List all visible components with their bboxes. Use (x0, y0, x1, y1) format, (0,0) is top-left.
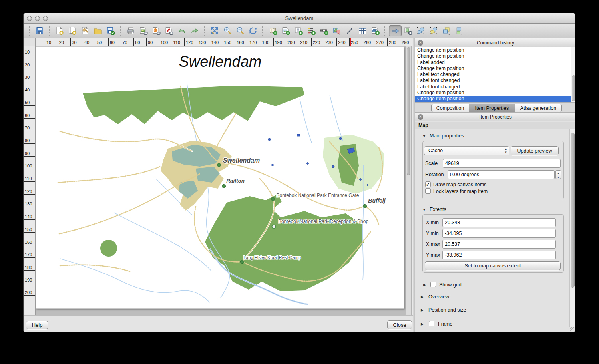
export-image-button[interactable] (137, 25, 150, 36)
show-grid-checkbox[interactable] (430, 282, 436, 287)
title-bar[interactable]: Swellendam (24, 13, 575, 24)
align-items-button[interactable] (453, 25, 466, 36)
save-template-button[interactable] (104, 25, 117, 36)
command-history-scrollbar[interactable] (571, 47, 575, 102)
load-template-button[interactable] (92, 25, 104, 36)
ruler-tick: 150 (24, 227, 35, 233)
undo-icon (177, 26, 186, 35)
duplicate-composition-button[interactable] (66, 25, 79, 36)
ruler-tick: 80 (133, 38, 134, 46)
add-scalebar-button[interactable] (318, 25, 330, 36)
zoom-out-button[interactable] (234, 25, 247, 36)
scale-input[interactable]: 49619 (443, 159, 561, 168)
history-item[interactable]: Label text changed (415, 72, 571, 78)
ruler-tick: 90 (146, 38, 147, 46)
refresh-view-button[interactable] (247, 25, 259, 36)
main-properties-expander-icon[interactable]: ▼ (422, 134, 426, 138)
ruler-tick: 250 (349, 38, 350, 46)
properties-scrollbar-thumb[interactable] (571, 133, 575, 288)
close-button[interactable]: Close (387, 320, 412, 329)
save-project-button[interactable] (33, 25, 46, 36)
ruler-tick: 200 (24, 290, 35, 296)
ungroup-items-button[interactable] (427, 25, 440, 36)
properties-scrollbar[interactable] (569, 129, 575, 327)
add-arrow-icon (345, 26, 354, 35)
ruler-tick: 20 (58, 38, 58, 46)
rotation-spinner[interactable]: ▲▼ (555, 170, 561, 179)
zoom-in-button[interactable] (221, 25, 234, 36)
window-resize-grip[interactable] (570, 327, 575, 332)
help-button[interactable]: Help (26, 321, 48, 329)
ruler-tick: 190 (273, 38, 274, 46)
zoom-full-button[interactable] (208, 25, 221, 36)
lock-layers-checkbox[interactable] (425, 188, 431, 194)
composer-manager-button[interactable] (79, 25, 92, 36)
rotation-input[interactable]: 0.00 degrees (448, 170, 555, 179)
update-preview-button[interactable]: Update preview (511, 146, 559, 155)
ruler-tick: 120 (184, 38, 185, 46)
ruler-tick: 90 (24, 151, 35, 157)
history-item[interactable]: Label font changed (415, 78, 571, 84)
canvas-vscrollbar[interactable] (406, 46, 412, 327)
map-item: Swellendam (36, 47, 404, 309)
undo-button[interactable] (175, 25, 188, 36)
history-item[interactable]: Change item position (415, 96, 571, 102)
add-map-button[interactable] (267, 25, 279, 36)
add-shape-button[interactable] (330, 25, 343, 36)
command-history-scrollbar-thumb[interactable] (572, 75, 575, 101)
floppy-icon (35, 26, 44, 35)
select-move-item-button[interactable] (389, 25, 402, 36)
xmax-input[interactable]: 20.537 (442, 240, 556, 249)
add-legend-button[interactable] (305, 25, 318, 36)
add-arrow-button[interactable] (343, 25, 356, 36)
ymax-input[interactable]: -33.962 (442, 251, 556, 259)
show-grid-expander-icon[interactable]: ▶ (423, 283, 426, 287)
ruler-tick: 110 (24, 176, 35, 182)
history-item[interactable]: Change item position (415, 66, 571, 72)
bottom-bar: Help Close (24, 315, 413, 332)
print-button[interactable] (124, 25, 137, 36)
tab-composition[interactable]: Composition (431, 104, 469, 112)
export-svg-button[interactable] (150, 25, 163, 36)
add-attribute-table-button[interactable] (356, 25, 369, 36)
ruler-tick: 230 (324, 38, 324, 46)
raise-items-button[interactable] (440, 25, 453, 36)
add-label-button[interactable] (292, 25, 305, 36)
ruler-tick: 180 (261, 38, 261, 46)
frame-checkbox[interactable] (429, 321, 434, 326)
composer-window: Swellendam (23, 13, 575, 332)
ymin-input[interactable]: -34.095 (442, 229, 556, 238)
overview-expander-icon[interactable]: ▶ (421, 295, 424, 299)
history-item[interactable]: Change item position (415, 53, 571, 59)
tab-atlas-generation[interactable]: Atlas generation (515, 104, 562, 112)
frame-expander-icon[interactable]: ▶ (421, 322, 424, 326)
move-item-content-button[interactable] (402, 25, 414, 36)
small-reserve-ellipse (100, 240, 117, 257)
add-image-icon (281, 26, 290, 35)
command-history-header: × Command history (415, 38, 575, 47)
ruler-corner (24, 38, 36, 46)
toolbar-separator (384, 26, 386, 36)
xmin-label: X min (426, 220, 439, 225)
history-item[interactable]: Change item position (415, 90, 571, 96)
history-item[interactable]: Label added (415, 60, 571, 66)
history-item[interactable]: Label font changed (415, 84, 571, 90)
add-html-button[interactable] (369, 25, 382, 36)
draw-map-canvas-items-checkbox[interactable] (425, 181, 431, 187)
xmin-input[interactable]: 20.348 (442, 218, 556, 227)
add-image-button[interactable] (279, 25, 292, 36)
export-pdf-button[interactable] (163, 25, 175, 36)
extents-expander-icon[interactable]: ▼ (422, 208, 426, 212)
new-composition-button[interactable] (53, 25, 66, 36)
preview-mode-select[interactable]: Cache ▲▼ (424, 146, 509, 155)
canvas-vscrollbar-thumb[interactable] (407, 47, 410, 175)
set-to-map-canvas-extent-button[interactable]: Set to map canvas extent (425, 261, 561, 270)
ruler-tick: 270 (375, 38, 375, 46)
raise-items-icon (442, 26, 451, 35)
history-item[interactable]: Change item position (415, 47, 571, 53)
redo-button[interactable] (188, 25, 201, 36)
composition-page[interactable]: Swellendam (36, 46, 404, 309)
tab-item-properties[interactable]: Item Properties (469, 104, 515, 112)
group-items-button[interactable] (414, 25, 427, 36)
position-size-expander-icon[interactable]: ▶ (421, 308, 424, 312)
